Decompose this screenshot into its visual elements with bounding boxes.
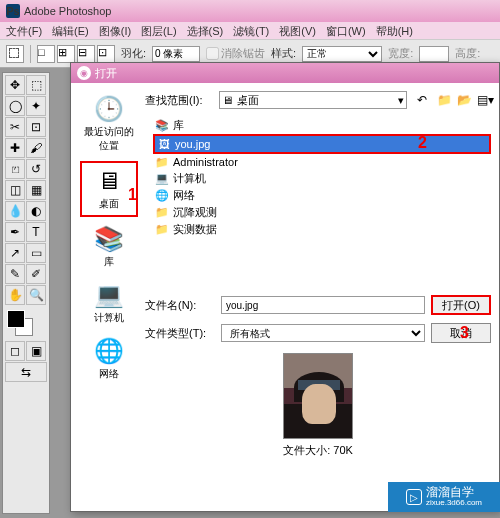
- newfolder-icon[interactable]: 📂: [457, 93, 471, 107]
- menu-file[interactable]: 文件(F): [6, 22, 42, 39]
- place-libraries[interactable]: 📚 库: [80, 221, 138, 273]
- boolean-mode-group: □ ⊞ ⊟ ⊡: [37, 45, 115, 63]
- eraser-tool[interactable]: ◫: [5, 180, 25, 200]
- viewmode-icon[interactable]: ▤▾: [477, 93, 491, 107]
- color-swatches[interactable]: [5, 310, 47, 340]
- marquee-tool[interactable]: ⬚: [26, 75, 46, 95]
- user-folder-icon: 📁: [155, 155, 169, 169]
- menu-layer[interactable]: 图层(L): [141, 22, 176, 39]
- wand-tool[interactable]: ✦: [26, 96, 46, 116]
- place-desktop[interactable]: 🖥 桌面: [80, 161, 138, 217]
- computer-small-icon: 💻: [155, 172, 169, 186]
- filename-input[interactable]: [221, 296, 425, 314]
- toolbox: ✥⬚ ◯✦ ✂⊡ ✚🖌 ⏍↺ ◫▦ 💧◐ ✒T ↗▭ ✎✐ ✋🔍 ◻▣ ⇆: [2, 72, 50, 514]
- preview-area: 文件大小: 70K: [145, 353, 491, 458]
- filesize-label: 文件大小: 70K: [283, 443, 353, 458]
- libraries-icon: 📚: [93, 225, 125, 253]
- file-row[interactable]: 💻计算机: [153, 170, 491, 187]
- file-row-selected[interactable]: 🖼you.jpg: [153, 134, 491, 154]
- open-button[interactable]: 打开(O): [431, 295, 491, 315]
- lasso-tool[interactable]: ◯: [5, 96, 25, 116]
- computer-icon: 💻: [93, 281, 125, 309]
- app-titlebar: Ps Adobe Photoshop: [0, 0, 500, 22]
- move-tool[interactable]: ✥: [5, 75, 25, 95]
- separator: [30, 45, 31, 63]
- menu-window[interactable]: 窗口(W): [326, 22, 366, 39]
- file-row[interactable]: 🌐网络: [153, 187, 491, 204]
- feather-label: 羽化:: [121, 46, 146, 61]
- up-icon[interactable]: 📁: [437, 93, 451, 107]
- lookin-label: 查找范围(I):: [145, 93, 213, 108]
- notes-tool[interactable]: ✎: [5, 264, 25, 284]
- file-row[interactable]: 📁实测数据: [153, 221, 491, 238]
- quickmask-tool[interactable]: ◻: [5, 341, 25, 361]
- folder-icon: 📁: [155, 223, 169, 237]
- style-label: 样式:: [271, 46, 296, 61]
- hand-tool[interactable]: ✋: [5, 285, 25, 305]
- folder-icon: 📁: [155, 206, 169, 220]
- menu-view[interactable]: 视图(V): [279, 22, 316, 39]
- file-row[interactable]: 📁Administrator: [153, 154, 491, 170]
- marquee-preset-icon[interactable]: [6, 45, 24, 63]
- desktop-icon: 🖥: [93, 167, 125, 195]
- cancel-button[interactable]: 取消: [431, 323, 491, 343]
- menubar: 文件(F) 编辑(E) 图像(I) 图层(L) 选择(S) 滤镜(T) 视图(V…: [0, 22, 500, 40]
- foreground-swatch[interactable]: [7, 310, 25, 328]
- heal-tool[interactable]: ✚: [5, 138, 25, 158]
- menu-help[interactable]: 帮助(H): [376, 22, 413, 39]
- history-brush-tool[interactable]: ↺: [26, 159, 46, 179]
- dialog-titlebar[interactable]: ◉ 打开: [71, 63, 499, 83]
- menu-image[interactable]: 图像(I): [99, 22, 131, 39]
- places-bar: 🕒 最近访问的位置 🖥 桌面 📚 库 💻 计算机 🌐 网络: [79, 91, 139, 503]
- menu-select[interactable]: 选择(S): [187, 22, 224, 39]
- mode-sub-icon[interactable]: ⊟: [77, 45, 95, 63]
- play-icon: ▷: [406, 489, 422, 505]
- lookin-select[interactable]: 🖥 桌面 ▾: [219, 91, 407, 109]
- dialog-icon: ◉: [77, 66, 91, 80]
- feather-input[interactable]: [152, 46, 200, 62]
- dialog-title: 打开: [95, 66, 117, 81]
- shape-tool[interactable]: ▭: [26, 243, 46, 263]
- path-tool[interactable]: ↗: [5, 243, 25, 263]
- antialias-checkbox[interactable]: 消除锯齿: [206, 46, 265, 61]
- crop-tool[interactable]: ✂: [5, 117, 25, 137]
- brush-tool[interactable]: 🖌: [26, 138, 46, 158]
- mode-new-icon[interactable]: □: [37, 45, 55, 63]
- gradient-tool[interactable]: ▦: [26, 180, 46, 200]
- jump-tool[interactable]: ⇆: [5, 362, 47, 382]
- menu-edit[interactable]: 编辑(E): [52, 22, 89, 39]
- height-label: 高度:: [455, 46, 480, 61]
- back-icon[interactable]: ↶: [417, 93, 431, 107]
- image-icon: 🖼: [157, 137, 171, 151]
- place-network[interactable]: 🌐 网络: [80, 333, 138, 385]
- dropdown-icon: ▾: [398, 94, 404, 107]
- filename-label: 文件名(N):: [145, 298, 215, 313]
- type-tool[interactable]: T: [26, 222, 46, 242]
- open-dialog: ◉ 打开 🕒 最近访问的位置 🖥 桌面 📚 库 💻 计算机 🌐 网络: [70, 62, 500, 512]
- filetype-select[interactable]: 所有格式: [221, 324, 425, 342]
- place-recent[interactable]: 🕒 最近访问的位置: [80, 91, 138, 157]
- eyedropper-tool[interactable]: ✐: [26, 264, 46, 284]
- zoom-tool[interactable]: 🔍: [26, 285, 46, 305]
- blur-tool[interactable]: 💧: [5, 201, 25, 221]
- dodge-tool[interactable]: ◐: [26, 201, 46, 221]
- watermark: ▷ 溜溜自学 zixue.3d66.com: [388, 482, 500, 512]
- recent-icon: 🕒: [93, 95, 125, 123]
- pen-tool[interactable]: ✒: [5, 222, 25, 242]
- file-row[interactable]: 📁沉降观测: [153, 204, 491, 221]
- network-small-icon: 🌐: [155, 189, 169, 203]
- photoshop-icon: Ps: [6, 4, 20, 18]
- library-icon: 📚: [155, 119, 169, 133]
- mode-add-icon[interactable]: ⊞: [57, 45, 75, 63]
- file-row[interactable]: 📚库: [153, 117, 491, 134]
- style-select[interactable]: 正常: [302, 46, 382, 62]
- mode-int-icon[interactable]: ⊡: [97, 45, 115, 63]
- width-input[interactable]: [419, 46, 449, 62]
- place-computer[interactable]: 💻 计算机: [80, 277, 138, 329]
- menu-filter[interactable]: 滤镜(T): [233, 22, 269, 39]
- filetype-label: 文件类型(T):: [145, 326, 215, 341]
- screenmode-tool[interactable]: ▣: [26, 341, 46, 361]
- stamp-tool[interactable]: ⏍: [5, 159, 25, 179]
- file-list[interactable]: 📚库 🖼you.jpg 📁Administrator 💻计算机 🌐网络 📁沉降观…: [153, 117, 491, 287]
- slice-tool[interactable]: ⊡: [26, 117, 46, 137]
